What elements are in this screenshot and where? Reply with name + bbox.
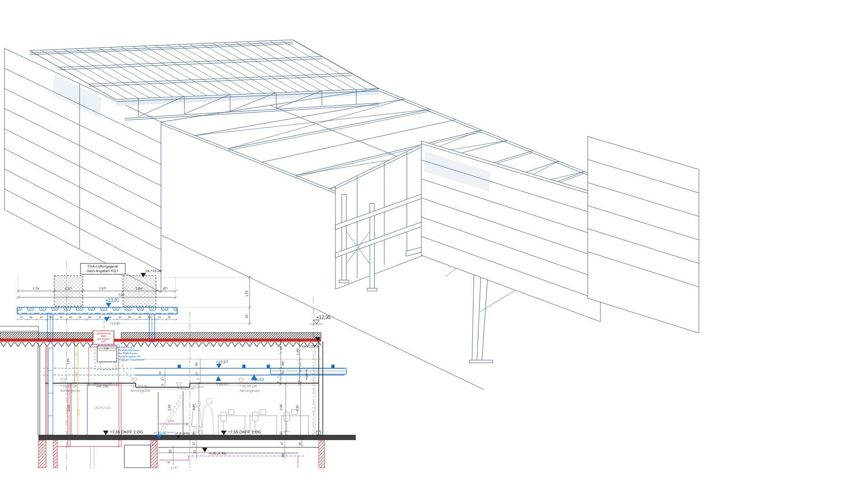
tga-label: nach Angaben KGT [87,269,118,273]
dim-label: 95 [279,346,283,350]
roof-red-layer [0,339,321,342]
level-marker [221,431,226,435]
annotation: Ergänzung [119,346,132,348]
dim-label: 40 [158,371,161,375]
level-label: +6,98 UK RD [208,452,226,455]
level-marker [106,303,111,307]
dim-label: 10 [40,316,42,319]
dim-line-magenta [159,422,189,425]
ceiling-label: Abhangecke [240,389,260,393]
clearance-label: Lichtes Innenmaß [94,382,112,385]
level-marker [202,448,208,452]
dim-label: 20 [298,442,302,446]
dim-label: 10 [158,316,161,319]
dim-label: 1,31⁵ [65,287,72,290]
ceiling-marker [61,379,66,383]
level-label: +7,55 OKFF 2.OG [228,430,261,434]
column-base [367,288,377,291]
level-label: +12,95 [316,315,330,320]
level-marker [216,364,222,368]
person-figure [191,399,214,436]
dim-label: 10 [138,316,141,319]
dim-label: 53 [169,450,172,453]
dim-label: 48⁵ [281,361,284,366]
level-marker [103,431,108,435]
dim-label: 83⁵ [128,316,132,319]
level-marker-open [314,320,319,324]
level-label: +7,55 OKFF 2.OG [110,430,143,434]
dim-label: 27 [161,377,164,380]
dim-label: 82⁵ [69,316,73,319]
dim-label: 7,60 [118,293,124,296]
ceiling-label: +10,35 UK [130,384,148,388]
dim-label: 40 [195,372,198,375]
far-right-wall-panel [588,136,699,333]
tga-label: TGA-Lüftungsgerät [87,264,118,268]
dim-label: 10 [99,316,101,319]
dim-line [198,382,200,436]
room-label: AUFZUG [95,406,111,409]
ceiling-label: +10,35 UK [60,384,78,388]
ceiling-label: Abhangecke [193,386,204,388]
left-wall [38,346,53,435]
drawing-canvas: TGA-Lüftungsgerät nach Angaben KGT ca.+1… [0,0,868,488]
architectural-drawing: TGA-Lüftungsgerät nach Angaben KGT ca.+1… [0,0,868,488]
dim-label: 1,97⁵ [99,287,107,290]
dim-label: 83⁵ [148,316,151,319]
level-label: ca.+12,24 [302,344,318,348]
level-label: +13,81 [105,298,119,303]
dim-label: 1,16⁵ [104,347,109,350]
dim-label: 10 [118,316,121,319]
dim-label: 43 [245,314,248,318]
ceiling-marker [132,379,137,383]
clearance-label: mind. 1,00m [96,385,109,388]
floor-slab [38,435,356,440]
level-marker [216,376,221,381]
dim-label: 68 [281,454,284,457]
dim-label: 37 [280,441,283,445]
right-wall [315,342,323,435]
ceiling-label: +10,15 UK [177,386,195,390]
column-base [339,280,349,283]
dim-label: 7 [197,378,200,380]
dim-label: 10 [298,369,302,372]
level-label: +7,35 OKRD [175,432,189,435]
dim-label: 83⁵ [49,316,53,319]
dim-label: 1,63 [66,358,70,365]
ceiling-marker [238,379,244,383]
dim-label: 20 [279,432,283,435]
rwa-note: Lamellenfenster [96,333,111,335]
rwa-note: RWA [101,335,106,338]
dim-label: 87⁵ [163,287,168,290]
annotation: nach Angaben PP [119,355,141,358]
dim-label: 2,25 [77,409,80,416]
dim-label: 1,55 [245,291,248,297]
level-label: +10,87 [216,360,228,364]
dim-label: 5 [161,384,164,386]
level-label: +10,63 [251,377,264,382]
dim-label: 1,50 [168,419,174,422]
dim-label: 1,79 [33,287,39,290]
dim-label: 37 [192,442,195,446]
trapez-sheet [121,342,321,347]
rwa-note: KGT [101,341,106,343]
dim-label: 33 [193,450,196,454]
column-base-plate [469,360,493,363]
ceiling-label: Abhangecke [130,389,151,393]
dim-label: 1,74⁵ [171,466,178,469]
middle-wall-slab [335,144,423,289]
trapez-sheet [0,342,93,347]
dim-label: 5 [167,461,170,463]
dim-label: 2,80 [67,405,70,411]
left-wall-panel [5,48,161,292]
annotation: für RWA-Kamin [119,352,137,355]
level-label: ca.+15,36 [146,269,162,273]
dim-label: 20 [192,432,195,435]
dim-label: 1,84⁵ [136,287,143,290]
dim-label: 40 [195,362,198,366]
right-wall-panel [421,141,600,322]
dim-label: 97 [74,352,77,356]
dim-label: 83⁵ [168,316,171,319]
level-label: Trapezblech [166,431,176,433]
level-label: +13,36 [110,322,120,325]
